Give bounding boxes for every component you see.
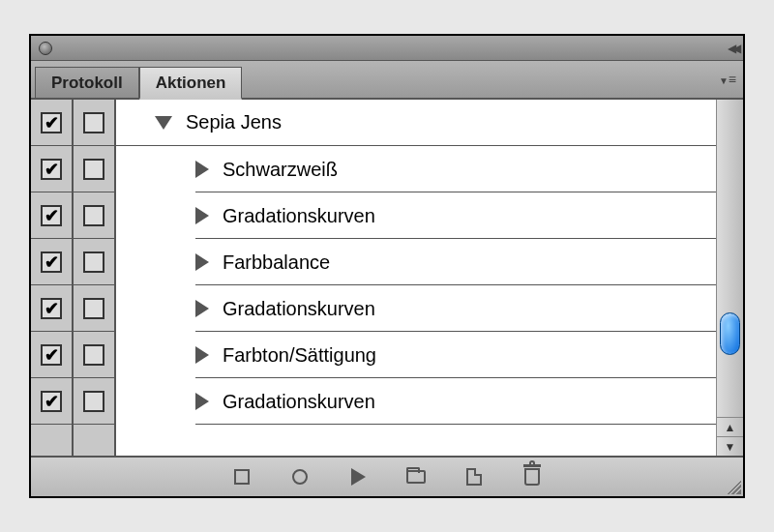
tab-aktionen[interactable]: Aktionen [139, 67, 243, 100]
enable-checkbox[interactable]: ✔ [41, 298, 62, 319]
content-area: ✔ ✔ ✔ ✔ ✔ ✔ ✔ Sepia Jens Schwarzweiß [31, 100, 743, 456]
dialog-checkbox[interactable] [83, 205, 104, 226]
dialog-checkbox[interactable] [83, 112, 104, 133]
action-tree: Sepia Jens Schwarzweiß Gradationskurven … [116, 100, 716, 456]
step-label: Gradationskurven [223, 298, 375, 320]
dialog-checkbox[interactable] [83, 298, 104, 319]
scrollbar[interactable]: ▲ ▼ [716, 100, 743, 456]
play-icon [351, 468, 366, 486]
step-label: Gradationskurven [223, 391, 375, 413]
stop-button[interactable] [231, 466, 253, 488]
close-button[interactable] [39, 42, 52, 55]
collapse-icon[interactable]: ◀◀ [728, 42, 737, 55]
stop-icon [234, 469, 250, 485]
action-step-row[interactable]: Gradationskurven [116, 378, 716, 425]
panel-menu-button[interactable]: ▼≡ [719, 71, 735, 87]
footer-toolbar [31, 456, 743, 496]
disclosure-right-icon[interactable] [195, 393, 209, 410]
disclosure-right-icon[interactable] [195, 253, 209, 271]
step-label: Farbbalance [223, 251, 330, 274]
disclosure-right-icon[interactable] [195, 346, 209, 364]
step-label: Gradationskurven [223, 205, 375, 227]
action-step-row[interactable]: Schwarzweiß [116, 146, 716, 192]
tabs: Protokoll Aktionen ▼≡ [31, 61, 743, 100]
titlebar: ◀◀ [31, 36, 743, 61]
scrollbar-thumb[interactable] [720, 312, 740, 355]
dialog-checkbox[interactable] [83, 251, 104, 273]
scroll-down-icon[interactable]: ▼ [717, 436, 743, 456]
enable-checkbox[interactable]: ✔ [41, 391, 62, 412]
dialog-column [74, 100, 116, 456]
trash-icon [524, 468, 540, 486]
action-set-name: Sepia Jens [186, 111, 282, 133]
dialog-checkbox[interactable] [83, 391, 104, 412]
disclosure-right-icon[interactable] [195, 161, 209, 178]
step-label: Schwarzweiß [223, 159, 338, 181]
enable-checkbox[interactable]: ✔ [41, 205, 62, 226]
tab-protokoll[interactable]: Protokoll [35, 67, 139, 98]
delete-button[interactable] [521, 466, 543, 488]
actions-panel: ◀◀ Protokoll Aktionen ▼≡ ✔ ✔ ✔ ✔ ✔ ✔ ✔ [29, 34, 745, 498]
disclosure-down-icon[interactable] [155, 116, 172, 130]
record-button[interactable] [289, 466, 311, 488]
enable-column: ✔ ✔ ✔ ✔ ✔ ✔ ✔ [31, 100, 74, 456]
scroll-up-icon[interactable]: ▲ [717, 417, 743, 436]
enable-checkbox[interactable]: ✔ [41, 112, 62, 133]
enable-checkbox[interactable]: ✔ [41, 251, 62, 273]
action-step-row[interactable]: Gradationskurven [116, 192, 716, 239]
new-action-button[interactable] [463, 466, 485, 488]
play-button[interactable] [347, 466, 369, 488]
enable-checkbox[interactable]: ✔ [41, 159, 62, 180]
step-label: Farbton/Sättigung [223, 344, 376, 367]
resize-handle-icon[interactable] [724, 477, 741, 494]
dialog-checkbox[interactable] [83, 344, 104, 366]
new-set-button[interactable] [405, 466, 427, 488]
disclosure-right-icon[interactable] [195, 207, 209, 224]
dialog-checkbox[interactable] [83, 159, 104, 180]
action-step-row[interactable]: Farbbalance [116, 239, 716, 285]
action-step-row[interactable]: Farbton/Sättigung [116, 332, 716, 378]
page-icon [466, 468, 482, 486]
enable-checkbox[interactable]: ✔ [41, 344, 62, 366]
scrollbar-track[interactable] [717, 100, 743, 417]
folder-icon [406, 470, 426, 484]
action-set-row[interactable]: Sepia Jens [116, 100, 716, 146]
record-icon [292, 469, 308, 485]
action-step-row[interactable]: Gradationskurven [116, 285, 716, 332]
disclosure-right-icon[interactable] [195, 300, 209, 317]
